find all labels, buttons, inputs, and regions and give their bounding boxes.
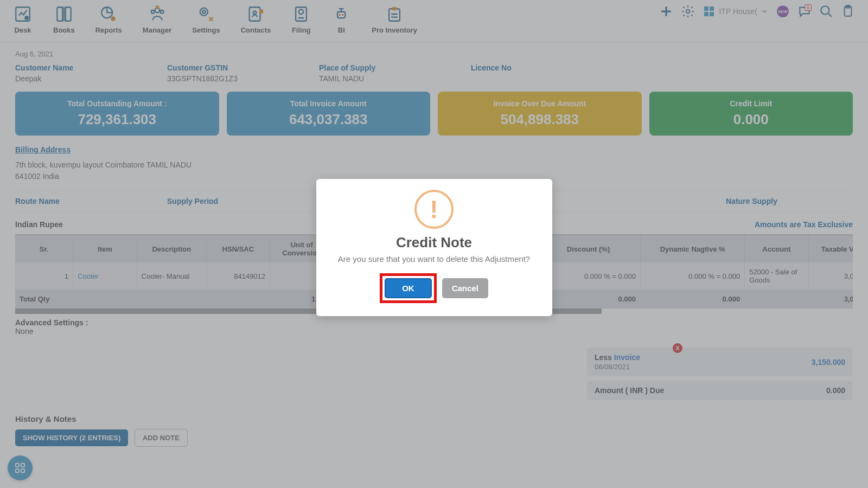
confirm-delete-modal: ! Credit Note Are you sure that you want… [316, 179, 552, 316]
ok-button[interactable]: OK [385, 278, 432, 298]
warning-icon: ! [414, 190, 454, 229]
ok-highlight-box: OK [380, 273, 437, 303]
cancel-button[interactable]: Cancel [442, 278, 488, 298]
modal-title: Credit Note [330, 234, 538, 251]
modal-buttons: OK Cancel [330, 273, 538, 303]
modal-message: Are you sure that you want to delete thi… [330, 254, 538, 264]
modal-overlay[interactable]: ! Credit Note Are you sure that you want… [0, 0, 868, 488]
